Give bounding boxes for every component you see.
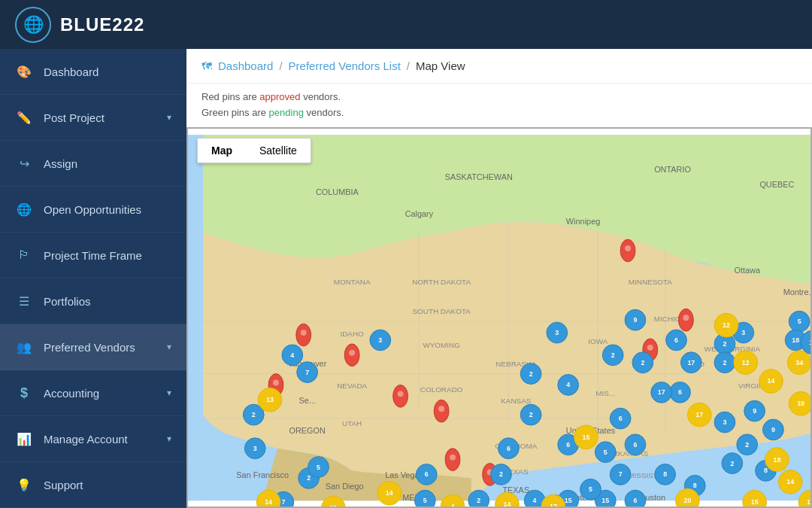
- opportunities-icon: 🌐: [15, 200, 33, 218]
- svg-point-168: [258, 388, 282, 412]
- svg-text:ONTARIO: ONTARIO: [654, 164, 691, 173]
- sidebar-item-portfolios[interactable]: ☰ Portfolios: [0, 278, 186, 324]
- svg-point-154: [737, 433, 758, 455]
- breadcrumb-vendors-list[interactable]: Preferred Vendors List: [289, 59, 401, 72]
- svg-point-69: [647, 344, 653, 350]
- svg-text:IDAHO: IDAHO: [340, 330, 364, 338]
- svg-point-55: [273, 379, 279, 385]
- sidebar-item-dashboard[interactable]: 🎨 Dashboard: [0, 49, 186, 95]
- svg-point-63: [450, 454, 456, 460]
- svg-text:SOUTH DAKOTA: SOUTH DAKOTA: [412, 307, 471, 315]
- svg-text:IOWA: IOWA: [588, 337, 607, 345]
- satellite-button[interactable]: Satellite: [246, 138, 311, 163]
- svg-text:Ottawa: Ottawa: [734, 265, 760, 274]
- svg-point-158: [625, 490, 646, 506]
- svg-point-78: [547, 322, 568, 343]
- svg-text:Se...: Se...: [298, 396, 315, 405]
- svg-point-132: [651, 382, 672, 403]
- chevron-down-icon: ▾: [167, 433, 171, 444]
- svg-point-96: [491, 464, 512, 485]
- svg-point-76: [370, 330, 391, 351]
- svg-text:COLORADO: COLORADO: [420, 385, 463, 394]
- svg-point-186: [787, 350, 810, 374]
- svg-text:WYOMING: WYOMING: [423, 340, 460, 348]
- vendors-icon: 👥: [15, 338, 33, 356]
- main-layout: 🎨 Dashboard ✏️ Post Project ▾ ↪ Assign 🌐…: [0, 49, 812, 508]
- breadcrumb-dashboard[interactable]: Dashboard: [218, 59, 273, 72]
- sidebar-item-label: Manage Account: [44, 433, 128, 446]
- svg-text:QUEBEC: QUEBEC: [759, 179, 794, 188]
- svg-point-192: [778, 470, 802, 494]
- breadcrumb: 🗺 Dashboard / Preferred Vendors List / M…: [186, 49, 812, 84]
- sidebar-item-post-project[interactable]: ✏️ Post Project ▾: [0, 95, 186, 141]
- svg-point-74: [297, 361, 318, 382]
- svg-point-134: [632, 351, 653, 373]
- sidebar-item-preferred-vendors[interactable]: 👥 Preferred Vendors ▾: [0, 324, 186, 370]
- sidebar-item-accounting[interactable]: $ Accounting ▾: [0, 370, 186, 416]
- svg-point-184: [759, 369, 783, 393]
- logo-text: BLUE222: [60, 14, 144, 35]
- breadcrumb-current: Map View: [416, 59, 465, 72]
- svg-point-174: [377, 481, 401, 505]
- svg-point-188: [789, 391, 810, 415]
- svg-point-53: [301, 330, 307, 336]
- svg-point-72: [282, 344, 303, 365]
- svg-point-108: [610, 408, 631, 429]
- svg-text:San Diego: San Diego: [326, 482, 364, 491]
- sidebar-item-manage-account[interactable]: 📊 Manage Account ▾: [0, 416, 186, 462]
- assign-icon: ↪: [15, 154, 33, 172]
- svg-point-198: [687, 403, 711, 427]
- svg-text:MINNESOTA: MINNESOTA: [629, 277, 673, 285]
- svg-point-61: [398, 391, 404, 397]
- timeframe-icon: 🏳: [15, 246, 33, 264]
- sidebar-item-label: Post Project: [44, 111, 105, 124]
- svg-point-136: [714, 412, 735, 433]
- svg-text:UTAH: UTAH: [342, 419, 362, 427]
- svg-point-118: [666, 330, 687, 351]
- svg-text:NORTH DAKOTA: NORTH DAKOTA: [412, 277, 471, 285]
- map-svg: MONTANA NORTH DAKOTA SOUTH DAKOTA IDAHO …: [188, 129, 810, 506]
- map-container[interactable]: Map Satellite: [186, 127, 812, 508]
- sidebar-item-label: Assign: [44, 157, 77, 170]
- sidebar-item-label: Support: [44, 479, 83, 491]
- sidebar-item-support[interactable]: 💡 Support: [0, 462, 186, 508]
- map-button[interactable]: Map: [198, 138, 246, 163]
- sidebar-item-project-time-frame[interactable]: 🏳 Project Time Frame: [0, 233, 186, 278]
- svg-point-122: [670, 382, 691, 403]
- svg-point-190: [765, 447, 789, 471]
- support-icon: 💡: [15, 476, 33, 494]
- sidebar-item-open-opportunities[interactable]: 🌐 Open Opportunities: [0, 187, 186, 233]
- svg-text:Calgary: Calgary: [405, 209, 434, 218]
- svg-point-102: [558, 374, 579, 395]
- svg-text:Montre...: Montre...: [783, 287, 810, 297]
- svg-point-124: [602, 344, 623, 365]
- map-info: Red pins are approved vendors. Green pin…: [186, 84, 812, 127]
- portfolios-icon: ☰: [15, 292, 33, 310]
- svg-point-114: [625, 433, 646, 455]
- svg-point-164: [580, 479, 601, 500]
- svg-point-65: [625, 245, 631, 251]
- svg-point-57: [349, 349, 355, 355]
- svg-point-100: [520, 363, 541, 384]
- map-icon: 🗺: [201, 60, 212, 72]
- svg-point-67: [683, 315, 689, 321]
- svg-point-112: [610, 464, 631, 485]
- accounting-icon: $: [15, 384, 33, 402]
- svg-point-82: [244, 437, 265, 458]
- svg-point-92: [498, 437, 520, 458]
- sidebar-item-label: Portfolios: [44, 295, 91, 308]
- chevron-down-icon: ▾: [167, 112, 171, 123]
- sidebar-item-assign[interactable]: ↪ Assign: [0, 141, 186, 187]
- sidebar: 🎨 Dashboard ✏️ Post Project ▾ ↪ Assign 🌐…: [0, 49, 186, 508]
- sidebar-item-label: Dashboard: [44, 65, 98, 78]
- svg-point-90: [416, 464, 437, 485]
- sidebar-item-label: Accounting: [44, 387, 99, 400]
- svg-point-140: [763, 419, 784, 440]
- svg-point-130: [714, 351, 735, 373]
- header: 🌐 BLUE222: [0, 0, 812, 49]
- logo-icon: 🌐: [15, 7, 51, 43]
- svg-text:Winnipeg: Winnipeg: [566, 217, 600, 226]
- chevron-down-icon: ▾: [167, 342, 171, 352]
- svg-text:COLUMBIA: COLUMBIA: [316, 187, 359, 196]
- svg-point-94: [414, 490, 435, 506]
